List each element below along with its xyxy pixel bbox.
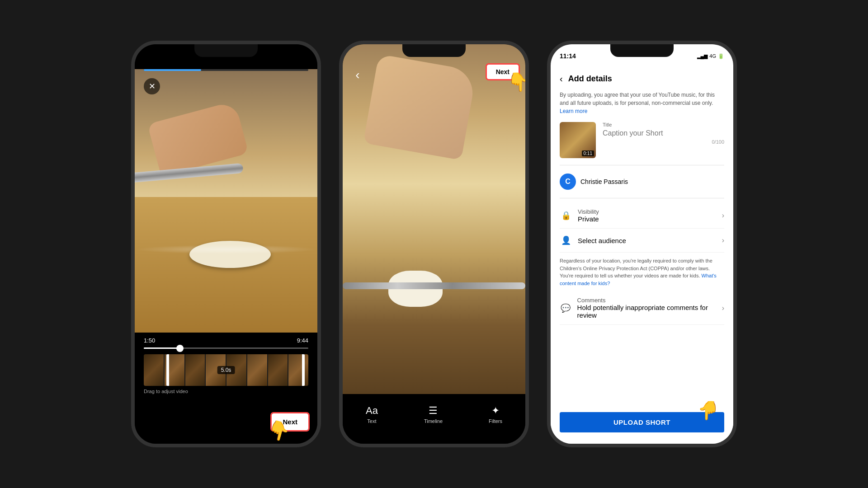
channel-name: Christie Passaris	[580, 178, 628, 185]
phone-notch-2	[402, 44, 466, 57]
visibility-text: Visibility Private	[578, 208, 599, 223]
upload-progress-bar	[144, 69, 308, 71]
comments-value: Hold potentially inappropriate comments …	[577, 304, 722, 319]
p2-hand	[363, 54, 476, 160]
back-button-phone2[interactable]: ‹	[349, 67, 366, 83]
comments-row[interactable]: 💬 Comments Hold potentially inappropriat…	[560, 291, 724, 325]
video-duration: 0:11	[582, 150, 594, 156]
filmstrip[interactable]: 5.0s	[144, 354, 308, 386]
channel-avatar: C	[560, 174, 576, 190]
title-input-container[interactable]: Title 0/100	[603, 122, 724, 145]
divider-2	[560, 198, 724, 198]
chevron-right-visibility: ›	[722, 211, 724, 220]
filmstrip-cell	[185, 354, 205, 386]
drag-hint: Drag to adjust video	[144, 389, 308, 394]
progress-fill	[144, 69, 201, 71]
coppa-notice: Regardless of your location, you're lega…	[560, 253, 724, 291]
p2-bracelet	[343, 282, 525, 289]
learn-more-link[interactable]: Learn more	[560, 108, 587, 114]
cursor-hand-phone3: 👇	[697, 400, 720, 421]
time-end: 9:44	[297, 337, 308, 344]
video-title-row: 0:11 Title 0/100	[560, 122, 724, 158]
filmstrip-cell	[247, 354, 267, 386]
title-input[interactable]	[603, 129, 724, 137]
filmstrip-handle-left[interactable]	[166, 354, 169, 386]
phone1-screen: ✕ 1:50 9:44	[135, 44, 317, 444]
seekbar-thumb[interactable]	[176, 345, 184, 352]
char-count: 0/100	[603, 139, 724, 145]
signal-bars-icon: ▂▄▆	[697, 53, 708, 59]
seekbar-fill	[144, 347, 180, 349]
timeline-label: 1:50 9:44	[144, 337, 308, 344]
battery-icon: 🔋	[718, 53, 724, 59]
filmstrip-cell	[268, 354, 288, 386]
timeline-controls: 1:50 9:44 5.0s Drag to adjust video	[135, 333, 317, 399]
channel-row: C Christie Passaris	[560, 170, 724, 193]
visibility-icon: 🔒	[560, 209, 572, 222]
add-details-content: ‹ Add details By uploading, you agree th…	[551, 69, 733, 408]
flour-dust	[135, 245, 317, 254]
audience-row[interactable]: 👤 Select audience ›	[560, 229, 724, 253]
back-icon: ‹	[355, 68, 359, 82]
divider-1	[560, 165, 724, 165]
toolbar-item-filters[interactable]: ✦ Filters	[489, 405, 502, 424]
phone-1: ✕ 1:50 9:44	[131, 41, 321, 447]
title-label: Title	[603, 122, 724, 127]
text-icon: Aa	[366, 405, 378, 417]
filmstrip-handle-right[interactable]	[302, 354, 305, 386]
status-bar: 11:14 ▂▄▆ 4G 🔋	[560, 52, 724, 60]
timeline-icon: ☰	[429, 405, 438, 417]
visibility-row[interactable]: 🔒 Visibility Private ›	[560, 203, 724, 229]
toolbar-item-text[interactable]: Aa Text	[366, 405, 378, 424]
back-icon-phone3[interactable]: ‹	[560, 74, 563, 84]
filters-icon: ✦	[491, 405, 500, 417]
comments-icon: 💬	[560, 302, 572, 314]
page-title: Add details	[568, 74, 612, 84]
visibility-label: Visibility	[578, 208, 599, 215]
status-time: 11:14	[560, 52, 576, 60]
duration-badge: 5.0s	[217, 366, 235, 374]
filmstrip-cell	[288, 354, 308, 386]
video-preview	[135, 69, 317, 353]
audience-label: Select audience	[578, 237, 626, 244]
phone3-screen: 11:14 ▂▄▆ 4G 🔋 ‹ Add details By uploadin…	[551, 44, 733, 444]
chevron-right-audience: ›	[722, 236, 724, 244]
network-type: 4G	[709, 53, 716, 59]
time-start: 1:50	[144, 337, 155, 344]
close-icon: ✕	[149, 81, 156, 91]
phone2-toolbar: Aa Text ☰ Timeline ✦ Filters	[343, 394, 525, 444]
comments-text: Comments Hold potentially inappropriate …	[577, 297, 722, 319]
visibility-left: 🔒 Visibility Private	[560, 208, 599, 223]
video-thumbnail: 0:11	[560, 122, 596, 158]
phone-notch-1	[194, 44, 258, 57]
cursor-hand-phone2: 👇	[507, 71, 525, 93]
audience-text: Select audience	[578, 237, 626, 244]
filters-label: Filters	[489, 418, 502, 424]
dough-scene	[135, 69, 317, 353]
chevron-right-comments: ›	[722, 304, 724, 312]
page-header: ‹ Add details	[560, 69, 724, 91]
filmstrip-cell	[144, 354, 164, 386]
phone2-video	[343, 44, 525, 394]
phone2-hand-scene	[343, 44, 525, 394]
text-label: Text	[367, 418, 376, 424]
seekbar[interactable]	[144, 347, 308, 349]
visibility-value: Private	[578, 215, 599, 223]
dough-surface	[135, 197, 317, 353]
audience-icon: 👤	[560, 234, 572, 247]
phone2-screen: ‹ Next 👇 Aa Text ☰ Timeline ✦ Filters	[343, 44, 525, 444]
comments-left: 💬 Comments Hold potentially inappropriat…	[560, 297, 722, 319]
phone-2: ‹ Next 👇 Aa Text ☰ Timeline ✦ Filters	[339, 41, 529, 447]
audience-left: 👤 Select audience	[560, 234, 626, 247]
close-button[interactable]: ✕	[144, 78, 160, 94]
toolbar-item-timeline[interactable]: ☰ Timeline	[424, 405, 443, 424]
upload-notice: By uploading, you agree that your use of…	[560, 91, 724, 115]
comments-label: Comments	[577, 297, 722, 304]
phone-3: 11:14 ▂▄▆ 4G 🔋 ‹ Add details By uploadin…	[547, 41, 737, 447]
timeline-label-btn: Timeline	[424, 418, 443, 424]
status-icons: ▂▄▆ 4G 🔋	[697, 53, 724, 59]
